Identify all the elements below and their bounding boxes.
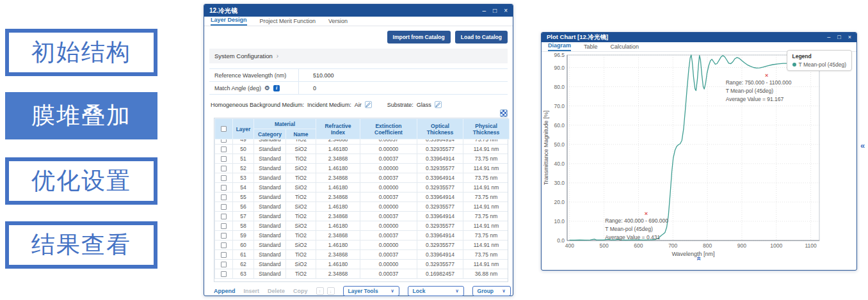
gear-icon[interactable]: ⚙ xyxy=(264,84,270,91)
tab-calculation[interactable]: Calculation xyxy=(611,43,639,51)
incident-medium-value: Air xyxy=(355,102,362,108)
step-box-3[interactable]: 优化设置 xyxy=(5,157,157,205)
chevron-down-icon: ∨ xyxy=(390,288,394,294)
design-window-title: 12.冷光镜 xyxy=(209,6,237,15)
annotation-marker-icon[interactable]: × xyxy=(645,210,648,217)
row-checkbox[interactable] xyxy=(221,166,227,171)
row-checkbox[interactable] xyxy=(221,185,227,191)
table-cell: 0.00037 xyxy=(360,154,417,164)
minimize-icon[interactable]: – xyxy=(827,33,830,42)
step-box-2[interactable]: 膜堆叠加 xyxy=(5,92,157,139)
annotation-text: T Mean-pol (45deg) xyxy=(605,226,653,232)
table-cell: 73.75 nm xyxy=(463,193,508,202)
row-checkbox[interactable] xyxy=(221,271,227,277)
col-header-layer: Layer xyxy=(233,119,254,139)
minimize-icon[interactable]: – xyxy=(483,4,486,17)
maximize-icon[interactable]: □ xyxy=(837,33,840,42)
select-all-checkbox[interactable] xyxy=(221,126,227,132)
row-checkbox[interactable] xyxy=(221,146,227,152)
table-settings-icon[interactable] xyxy=(500,109,508,117)
tab-project-merit-function[interactable]: Project Merit Function xyxy=(260,18,316,26)
tab-version[interactable]: Version xyxy=(328,18,348,26)
table-cell: 0.00037 xyxy=(360,212,417,221)
load-to-catalog-button[interactable]: Load to Catalog xyxy=(455,31,508,43)
x-tick-label: 400 xyxy=(565,242,574,249)
x-tick-label: 700 xyxy=(668,242,677,249)
row-checkbox[interactable] xyxy=(221,252,227,258)
table-cell: 58 xyxy=(233,221,254,231)
layer-tools-dropdown[interactable]: Layer Tools ∨ xyxy=(343,286,399,296)
import-from-catalog-button[interactable]: Import from Catalog xyxy=(387,31,451,43)
append-button[interactable]: Append xyxy=(214,288,236,294)
table-cell: 0.32935577 xyxy=(417,183,463,193)
group-dropdown[interactable]: Group ∨ xyxy=(472,286,511,296)
collapse-panel-button[interactable]: « xyxy=(860,141,865,150)
close-icon[interactable]: × xyxy=(848,33,851,42)
copy-button[interactable]: Copy xyxy=(293,288,308,294)
row-checkbox[interactable] xyxy=(221,214,227,219)
col-header-extinction-coefficient: Extinction Coefficient xyxy=(360,119,417,139)
delete-button[interactable]: Delete xyxy=(268,288,285,294)
incident-medium-label: Incident Medium: xyxy=(307,102,351,108)
expand-panel-button[interactable]: « xyxy=(697,252,702,264)
table-cell: Standard xyxy=(254,221,286,231)
table-cell: 0.00000 xyxy=(360,221,417,231)
row-checkbox[interactable] xyxy=(221,156,227,162)
row-checkbox[interactable] xyxy=(221,194,227,200)
table-cell: 55 xyxy=(233,193,254,202)
edit-incident-medium-icon[interactable] xyxy=(365,101,372,108)
row-checkbox[interactable] xyxy=(221,204,227,210)
y-axis-title: Transmittance Magnitude [%] xyxy=(543,111,549,186)
lock-dropdown[interactable]: Lock ∨ xyxy=(408,286,464,296)
insert-button[interactable]: Insert xyxy=(244,288,260,294)
row-checkbox[interactable] xyxy=(221,139,227,143)
step-box-1[interactable]: 初始结构 xyxy=(5,29,157,76)
row-checkbox[interactable] xyxy=(221,223,227,229)
x-tick-label: 800 xyxy=(703,242,712,249)
move-down-button[interactable]: ↓ xyxy=(327,287,335,295)
table-cell: 73.75 nm xyxy=(463,154,508,164)
system-configuration-label: System Configuration xyxy=(214,52,273,59)
table-row: 53StandardTiO22.348680.000370.3396491473… xyxy=(215,173,508,183)
step-box-4[interactable]: 结果查看 xyxy=(5,221,157,269)
table-cell: 73.75 nm xyxy=(463,231,508,241)
table-cell: 54 xyxy=(233,183,254,193)
table-cell: 0.00037 xyxy=(360,269,417,279)
design-titlebar: 12.冷光镜 – □ × xyxy=(204,4,513,17)
table-cell: 114.91 nm xyxy=(463,260,508,269)
tab-diagram[interactable]: Diagram xyxy=(548,42,571,51)
col-header-name: Name xyxy=(286,129,316,139)
match-angle-value[interactable]: 0 xyxy=(299,85,316,91)
table-cell: SiO2 xyxy=(286,145,316,154)
table-cell: 0.33964914 xyxy=(417,193,463,202)
tab-table[interactable]: Table xyxy=(584,43,598,51)
annotation-marker-icon[interactable]: × xyxy=(765,72,768,79)
system-configuration-header[interactable]: System Configuration › xyxy=(209,49,508,63)
reference-wavelength-value[interactable]: 510.000 xyxy=(299,72,334,79)
col-header-category: Category xyxy=(254,129,286,139)
edit-substrate-icon[interactable] xyxy=(435,101,442,108)
chevron-right-icon: › xyxy=(277,52,278,59)
table-cell: 0.00037 xyxy=(360,173,417,183)
row-checkbox[interactable] xyxy=(221,175,227,181)
table-cell: 0.16982457 xyxy=(417,269,463,279)
layer-table-body[interactable]: 49StandardTiO22.348680.000370.3396491473… xyxy=(214,139,508,281)
y-tick-label: 40.0 xyxy=(554,161,565,167)
row-checkbox[interactable] xyxy=(221,242,227,248)
row-checkbox[interactable] xyxy=(221,262,227,267)
chart-area: 0.010.020.030.040.050.060.070.080.090.09… xyxy=(542,52,856,263)
legend-entry: T Mean-pol (45deg) xyxy=(792,61,847,68)
close-icon[interactable]: × xyxy=(504,4,508,17)
info-icon[interactable]: i xyxy=(273,85,280,91)
row-checkbox[interactable] xyxy=(221,233,227,239)
tab-layer-design[interactable]: Layer Design xyxy=(211,17,247,26)
table-cell: 0.32935577 xyxy=(417,202,463,212)
reference-wavelength-row: Reference Wavelength (nm) 510.000 xyxy=(209,68,508,81)
table-row: 50StandardSiO21.461800.000000.3293557711… xyxy=(215,145,508,154)
table-cell: 0.00037 xyxy=(360,250,417,260)
move-up-button[interactable]: ↑ xyxy=(316,287,324,295)
table-cell: 1.46180 xyxy=(316,164,360,173)
x-tick-label: 900 xyxy=(737,242,746,249)
y-tick-label: 20.0 xyxy=(554,199,565,205)
maximize-icon[interactable]: □ xyxy=(493,4,497,17)
